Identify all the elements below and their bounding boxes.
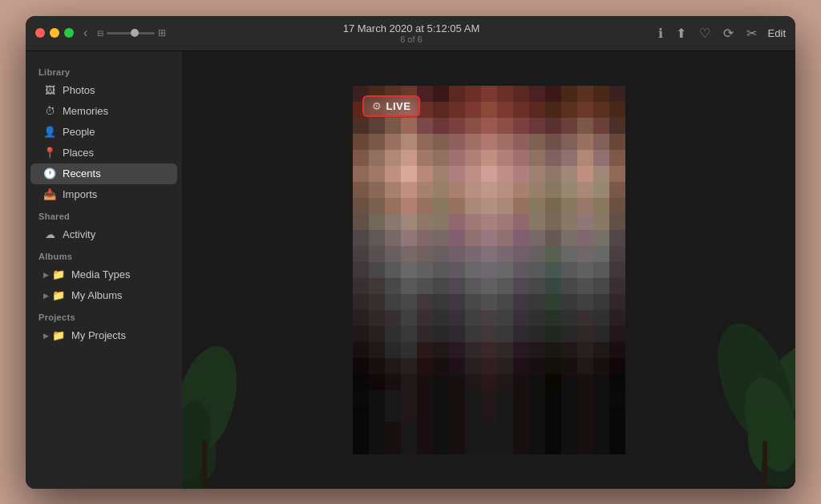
pixel-cell	[513, 342, 529, 358]
pixel-cell	[449, 326, 465, 342]
pixel-cell	[433, 150, 449, 166]
svg-point-1	[182, 339, 248, 462]
imports-label: Imports	[63, 188, 97, 200]
pixel-cell	[481, 150, 497, 166]
zoom-thumb[interactable]	[131, 29, 139, 37]
pixel-cell	[529, 406, 545, 422]
pixel-cell	[593, 246, 609, 262]
pixel-cell	[401, 358, 417, 374]
sidebar-item-media-types[interactable]: ▶ 📁 Media Types	[30, 264, 177, 285]
pixel-cell	[481, 102, 497, 118]
pixel-cell	[609, 262, 625, 278]
sidebar-item-memories[interactable]: ⏱ Memories	[30, 101, 177, 122]
pixel-cell	[545, 150, 561, 166]
sidebar-item-recents[interactable]: 🕐 Recents	[30, 163, 177, 184]
pixel-cell	[577, 214, 593, 230]
back-button[interactable]: ‹	[80, 24, 91, 42]
sidebar-item-imports[interactable]: 📥 Imports	[30, 184, 177, 205]
pixel-cell	[449, 294, 465, 310]
pixel-cell	[369, 358, 385, 374]
svg-point-6	[703, 313, 795, 456]
maximize-button[interactable]	[64, 28, 74, 38]
pixel-cell	[353, 406, 369, 422]
pixel-cell	[561, 150, 577, 166]
pixel-cell	[513, 102, 529, 118]
pixel-cell	[497, 198, 513, 214]
pixel-cell	[449, 102, 465, 118]
close-button[interactable]	[35, 28, 45, 38]
expand-icon-albums: ▶	[43, 292, 49, 300]
pixel-cell	[609, 86, 625, 102]
pixel-cell	[513, 198, 529, 214]
pixel-cell	[481, 230, 497, 246]
pixel-cell	[417, 374, 433, 390]
info-button[interactable]: ℹ	[657, 24, 665, 42]
pixel-cell	[417, 198, 433, 214]
pixel-cell	[433, 358, 449, 374]
pixel-cell	[609, 406, 625, 422]
pixel-cell	[417, 310, 433, 326]
sidebar-item-activity[interactable]: ☁ Activity	[30, 224, 177, 245]
pixel-cell	[353, 326, 369, 342]
pixel-cell	[385, 198, 401, 214]
pixel-cell	[529, 310, 545, 326]
title-bar: ‹ ⊟ ⊞ 17 March 2020 at 5:12:05 AM 6 of 6…	[26, 16, 795, 51]
activity-icon: ☁	[43, 228, 56, 241]
pixel-cell	[513, 438, 529, 454]
rotate-button[interactable]: ⟳	[722, 24, 735, 42]
pixel-cell	[433, 342, 449, 358]
pixel-cell	[577, 438, 593, 454]
live-badge[interactable]: ⚙ LIVE	[362, 95, 421, 117]
pixel-cell	[561, 262, 577, 278]
pixel-cell	[385, 422, 401, 438]
edit-button[interactable]: Edit	[768, 27, 786, 39]
zoom-track[interactable]	[107, 32, 155, 34]
svg-point-3	[182, 397, 216, 483]
svg-point-8	[735, 372, 795, 477]
pixel-cell	[529, 166, 545, 182]
heart-button[interactable]: ♡	[698, 24, 712, 42]
pixel-cell	[593, 438, 609, 454]
sidebar-item-photos[interactable]: 🖼 Photos	[30, 80, 177, 101]
share-button[interactable]: ⬆	[674, 24, 688, 42]
pixel-cell	[449, 390, 465, 406]
media-types-icon: 📁	[52, 268, 65, 281]
main-area: Library 🖼 Photos ⏱ Memories 👤 People 📍 P…	[26, 51, 795, 489]
pixel-cell	[529, 390, 545, 406]
pixel-cell	[353, 374, 369, 390]
window-title: 17 March 2020 at 5:12:05 AM	[166, 22, 656, 34]
pixel-cell	[401, 182, 417, 198]
pixel-cell	[369, 310, 385, 326]
pixel-cell	[433, 86, 449, 102]
pixel-cell	[593, 166, 609, 182]
pixel-cell	[529, 294, 545, 310]
pixel-cell	[433, 198, 449, 214]
sidebar-item-people[interactable]: 👤 People	[30, 122, 177, 143]
pixel-cell	[577, 102, 593, 118]
pixel-cell	[385, 150, 401, 166]
gear-icon: ⚙	[372, 100, 382, 112]
tools-button[interactable]: ✂	[745, 24, 758, 42]
pixel-cell	[385, 166, 401, 182]
pixel-cell	[449, 150, 465, 166]
pixel-cell	[449, 342, 465, 358]
pixel-cell	[449, 134, 465, 150]
sidebar-item-places[interactable]: 📍 Places	[30, 143, 177, 163]
pixel-cell	[353, 294, 369, 310]
pixel-cell	[481, 310, 497, 326]
pixel-cell	[481, 342, 497, 358]
pixel-cell	[545, 214, 561, 230]
pixel-cell	[513, 390, 529, 406]
pixel-cell	[465, 326, 481, 342]
pixel-cell	[465, 438, 481, 454]
app-window: ‹ ⊟ ⊞ 17 March 2020 at 5:12:05 AM 6 of 6…	[26, 16, 795, 489]
pixel-cell	[481, 246, 497, 262]
sidebar-item-my-albums[interactable]: ▶ 📁 My Albums	[30, 285, 177, 306]
pixel-cell	[593, 262, 609, 278]
minimize-button[interactable]	[50, 28, 59, 38]
pixel-cell	[369, 390, 385, 406]
sidebar-item-my-projects[interactable]: ▶ 📁 My Projects	[30, 325, 177, 346]
pixel-cell	[417, 246, 433, 262]
pixel-cell	[465, 166, 481, 182]
pixel-cell	[561, 374, 577, 390]
